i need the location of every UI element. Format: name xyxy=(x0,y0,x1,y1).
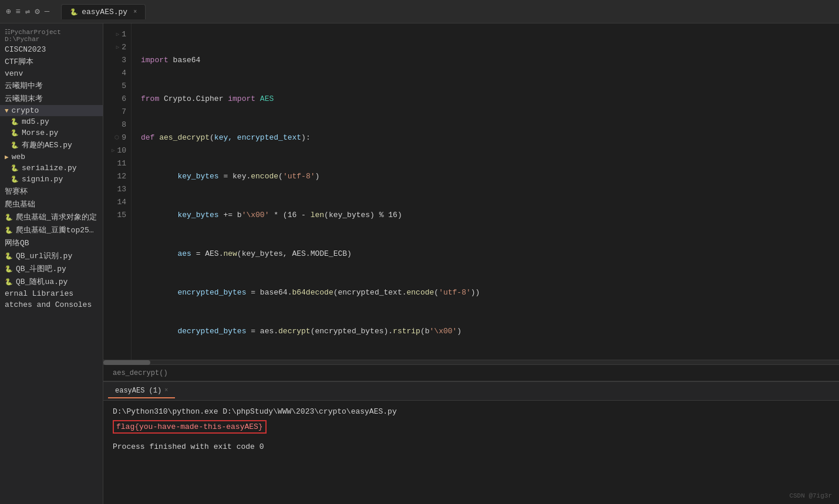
terminal-exit-message: Process finished with exit code 0 xyxy=(113,442,264,451)
line-num-11: 11 xyxy=(103,157,126,170)
code-line-5: key_bytes += b'\x00' * (16 - len(key_byt… xyxy=(141,209,839,222)
sidebar-item-signin[interactable]: 🐍 signin.py xyxy=(0,174,103,185)
sidebar-item-youqu-aes[interactable]: 🐍 有趣的AES.py xyxy=(0,138,103,151)
py-file-icon: 🐍 xyxy=(5,252,13,260)
terminal-flag-line: flag{you-have-made-this-easyAES} xyxy=(113,421,830,434)
sidebar-item-ext-libs[interactable]: ernal Libraries xyxy=(0,288,103,299)
sidebar-item-pachuang1[interactable]: 🐍 爬虫基础_请求对象的定 xyxy=(0,211,103,224)
tab-close-button[interactable]: × xyxy=(133,9,137,15)
sidebar-item-venv[interactable]: venv xyxy=(0,68,103,79)
gear-icon[interactable]: ⚙ xyxy=(35,6,39,16)
line-numbers: ▷1 ▷2 3 4 5 6 7 8 ⬡9 ▷10 11 12 13 14 15 xyxy=(103,23,132,360)
line-num-1: ▷1 xyxy=(103,28,126,41)
terminal-tab[interactable]: easyAES (1) × xyxy=(108,384,175,398)
line-num-7: 7 xyxy=(103,106,126,119)
code-line-7: encrypted_bytes = base64.b64decode(encry… xyxy=(141,286,839,299)
sidebar-item-scratches[interactable]: atches and Consoles xyxy=(0,299,103,310)
bottom-panel: easyAES (1) × D:\Python310\python.exe D:… xyxy=(103,381,839,504)
line-num-14: 14 xyxy=(103,196,126,209)
watermark: CSDN @7ig3r xyxy=(789,492,832,499)
terminal-flag-output: flag{you-have-made-this-easyAES} xyxy=(113,420,267,434)
line-num-15: 15 xyxy=(103,209,126,222)
py-file-icon: 🐍 xyxy=(11,175,19,183)
main-area: ☷PycharProject D:\Pychar CISCN2023 CTF脚本… xyxy=(0,23,839,504)
code-line-6: aes = AES.new(key_bytes, AES.MODE_ECB) xyxy=(141,248,839,261)
py-file-icon: 🐍 xyxy=(5,265,13,273)
sidebar-item-pachuang[interactable]: 爬虫基础 xyxy=(0,198,103,211)
sidebar: ☷PycharProject D:\Pychar CISCN2023 CTF脚本… xyxy=(0,23,103,504)
sidebar-item-ciscn2023[interactable]: CISCN2023 xyxy=(0,44,103,55)
line-num-3: 3 xyxy=(103,54,126,67)
py-file-icon: 🐍 xyxy=(5,214,13,221)
line-num-8: 8 xyxy=(103,119,126,131)
swap-icon[interactable]: ⇌ xyxy=(25,6,30,16)
sidebar-item-wangluo[interactable]: 网络QB xyxy=(0,236,103,249)
folder-icon: ▶ xyxy=(5,153,9,161)
sidebar-item-serialize[interactable]: 🐍 serialize.py xyxy=(0,163,103,174)
terminal-tab-close[interactable]: × xyxy=(164,387,168,394)
terminal-content: D:\Python310\python.exe D:\phpStudy\WWW\… xyxy=(103,401,839,504)
bottom-tab-bar: easyAES (1) × xyxy=(103,382,839,401)
code-content[interactable]: import base64 from Crypto.Cipher import … xyxy=(132,23,839,360)
sidebar-item-qb-rnd[interactable]: 🐍 QB_随机ua.py xyxy=(0,275,103,288)
line-num-10: ▷10 xyxy=(103,144,126,157)
sidebar-item-cloud-mid[interactable]: 云曦期中考 xyxy=(0,79,103,92)
minus-icon[interactable]: ─ xyxy=(45,7,49,16)
py-file-icon: 🐍 xyxy=(11,141,19,149)
sidebar-item-web[interactable]: ▶ web xyxy=(0,151,103,163)
py-file-icon: 🐍 xyxy=(11,129,19,137)
sidebar-item-qb-dbt[interactable]: 🐍 QB_斗图吧.py xyxy=(0,262,103,275)
line-num-6: 6 xyxy=(103,93,126,106)
folder-icon: ▼ xyxy=(5,107,9,114)
code-line-8: decrypted_bytes = aes.decrypt(encrypted_… xyxy=(141,325,839,338)
terminal-tab-label: easyAES (1) xyxy=(115,387,161,395)
project-header: ☷PycharProject D:\Pychar xyxy=(0,26,103,44)
sidebar-item-ctf[interactable]: CTF脚本 xyxy=(0,55,103,68)
sidebar-item-pachuang2[interactable]: 🐍 爬虫基础_豆瓣top250. xyxy=(0,224,103,236)
list-icon[interactable]: ≡ xyxy=(15,7,20,16)
sidebar-item-qb-url[interactable]: 🐍 QB_url识别.py xyxy=(0,249,103,262)
line-num-5: 5 xyxy=(103,80,126,93)
code-line-2: from Crypto.Cipher import AES xyxy=(141,93,839,106)
line-num-9: ⬡9 xyxy=(103,131,126,144)
tab-easyaes[interactable]: 🐍 easyAES.py × xyxy=(61,4,146,19)
tab-bar: 🐍 easyAES.py × xyxy=(61,4,146,19)
code-area: ▷1 ▷2 3 4 5 6 7 8 ⬡9 ▷10 11 12 13 14 15 … xyxy=(103,23,839,504)
py-file-icon: 🐍 xyxy=(11,164,19,172)
breadcrumb-bar: aes_decrypt() xyxy=(103,364,839,381)
sidebar-item-md5[interactable]: 🐍 md5.py xyxy=(0,116,103,127)
toolbar-icon-group: ⊕ ≡ ⇌ ⚙ ─ xyxy=(6,6,49,16)
sidebar-item-cloud-final[interactable]: 云曦期末考 xyxy=(0,92,103,105)
code-line-1: import base64 xyxy=(141,54,839,67)
line-num-4: 4 xyxy=(103,67,126,80)
sidebar-item-crypto[interactable]: ▼ crypto xyxy=(0,105,103,116)
code-editor[interactable]: ▷1 ▷2 3 4 5 6 7 8 ⬡9 ▷10 11 12 13 14 15 … xyxy=(103,23,839,360)
line-num-2: ▷2 xyxy=(103,41,126,54)
tab-file-icon: 🐍 xyxy=(70,8,78,16)
circle-icon[interactable]: ⊕ xyxy=(6,6,11,16)
editor-scrollbar[interactable] xyxy=(103,360,839,364)
terminal-exit-line: Process finished with exit code 0 xyxy=(113,441,830,454)
line-num-12: 12 xyxy=(103,170,126,183)
breadcrumb: aes_decrypt() xyxy=(113,369,168,377)
code-line-4: key_bytes = key.encode('utf-8') xyxy=(141,170,839,183)
py-file-icon: 🐍 xyxy=(5,226,13,234)
py-file-icon: 🐍 xyxy=(11,118,19,126)
toolbar: ⊕ ≡ ⇌ ⚙ ─ 🐍 easyAES.py × xyxy=(0,0,839,23)
project-label: ☷PycharProject D:\Pychar xyxy=(5,28,98,43)
sidebar-item-morse[interactable]: 🐍 Morse.py xyxy=(0,127,103,138)
code-line-3: def aes_decrypt(key, encrypted_text): xyxy=(141,131,839,144)
py-file-icon: 🐍 xyxy=(5,278,13,286)
line-num-13: 13 xyxy=(103,183,126,196)
terminal-command-line: D:\Python310\python.exe D:\phpStudy\WWW\… xyxy=(113,405,830,418)
tab-label: easyAES.py xyxy=(82,8,127,16)
sidebar-item-zhisaibei[interactable]: 智赛杯 xyxy=(0,185,103,198)
